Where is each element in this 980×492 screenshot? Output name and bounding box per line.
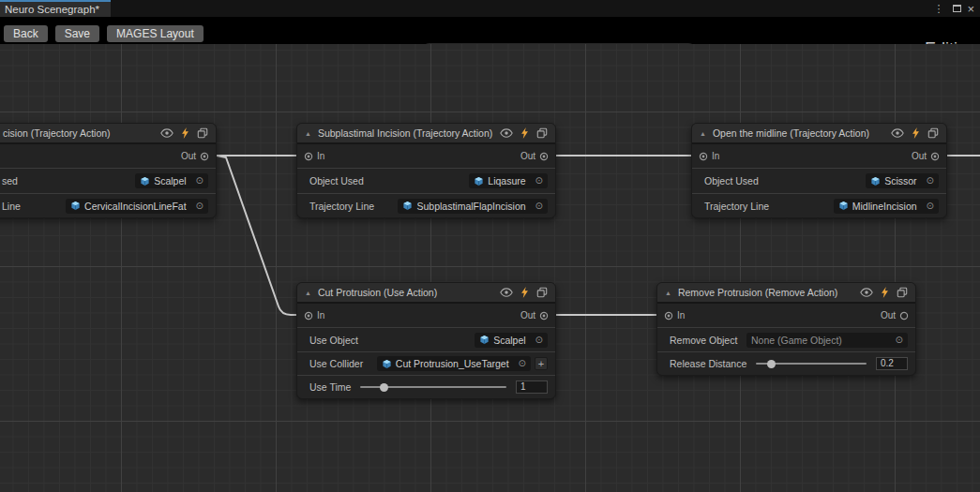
save-button[interactable]: Save <box>55 25 99 42</box>
node-cut-protrusion[interactable]: ▲ Cut Protrusion (Use Action) In Out <box>296 282 556 399</box>
node-subplastimal-incision[interactable]: ▲ Subplastimal Incision (Trajectory Acti… <box>296 123 556 218</box>
field-use-object: Use Object Scalpel ⊙ <box>297 328 555 351</box>
node-title: Subplastimal Incision (Trajectory Action… <box>318 127 494 139</box>
object-picker-icon[interactable]: ⊙ <box>927 201 934 211</box>
out-port[interactable]: Out <box>181 151 209 161</box>
node-header[interactable]: ▲ Open the midline (Trajectory Action) <box>692 124 946 144</box>
node-title: Open the midline (Trajectory Action) <box>713 127 885 139</box>
collapse-icon[interactable]: ▲ <box>665 290 671 296</box>
out-port[interactable]: Out <box>520 151 549 161</box>
node-remove-protrusion[interactable]: ▲ Remove Protrusion (Remove Action) In O… <box>656 282 916 376</box>
out-port[interactable]: Out <box>881 310 909 321</box>
close-icon[interactable]: × <box>967 3 974 15</box>
object-field[interactable]: MidlineIncision ⊙ <box>834 199 939 214</box>
copy-icon[interactable] <box>197 127 208 139</box>
object-field[interactable]: Scissor ⊙ <box>866 173 939 188</box>
object-picker-icon[interactable]: ⊙ <box>535 335 543 345</box>
object-field[interactable]: Liqasure ⊙ <box>469 173 548 188</box>
in-port[interactable]: In <box>664 310 685 321</box>
field-use-time: Use Time 1 <box>297 375 555 398</box>
use-time-slider[interactable] <box>360 386 506 388</box>
node-cision-trajectory-action[interactable]: cision (Trajectory Action) Out sed Scalp… <box>0 123 217 218</box>
node-header[interactable]: ▲ Remove Protrusion (Remove Action) <box>657 283 915 304</box>
prefab-cube-icon <box>870 176 881 186</box>
node-title: cision (Trajectory Action) <box>3 127 155 139</box>
collapse-icon[interactable]: ▲ <box>305 130 311 137</box>
in-port[interactable]: In <box>304 151 324 161</box>
port-row: In Out <box>297 144 555 169</box>
add-collider-button[interactable]: + <box>535 357 548 370</box>
visibility-icon[interactable] <box>500 128 513 138</box>
back-button[interactable]: Back <box>4 25 48 42</box>
edge-cision-to-cut-protrusion <box>217 156 296 315</box>
tab-neuro-scenegraph[interactable]: Neuro Scenegraph* <box>0 0 111 17</box>
prefab-cube-icon <box>382 359 392 369</box>
object-picker-icon[interactable]: ⊙ <box>535 201 543 211</box>
tab-strip: Neuro Scenegraph* ⋮ × <box>0 0 980 17</box>
graph-edges <box>0 44 980 492</box>
node-header[interactable]: cision (Trajectory Action) <box>0 124 216 144</box>
in-port[interactable]: In <box>699 151 719 161</box>
port-connected-icon <box>304 311 313 321</box>
prefab-cube-icon <box>474 176 484 186</box>
release-distance-slider[interactable] <box>756 363 867 365</box>
lightning-icon[interactable] <box>520 287 529 298</box>
object-field[interactable]: Scalpel ⊙ <box>135 173 208 188</box>
visibility-icon[interactable] <box>160 128 173 138</box>
kebab-menu-icon[interactable]: ⋮ <box>929 4 947 14</box>
object-field[interactable]: CervicalIncisionLineFat ⊙ <box>66 199 208 214</box>
in-port[interactable]: In <box>304 310 324 321</box>
release-distance-value[interactable]: 0.2 <box>876 357 908 370</box>
slider-handle[interactable] <box>767 360 776 368</box>
object-picker-icon[interactable]: ⊙ <box>519 359 526 368</box>
collapse-icon[interactable]: ▲ <box>305 290 311 296</box>
collapse-icon[interactable]: ▲ <box>700 130 706 137</box>
out-port[interactable]: Out <box>912 151 940 161</box>
copy-icon[interactable] <box>897 287 908 298</box>
out-port[interactable]: Out <box>520 310 549 321</box>
tab-title: Neuro Scenegraph* <box>5 4 99 15</box>
window-controls: ⋮ × <box>929 0 980 17</box>
object-field[interactable]: Cut Protrusion_UseTarget ⊙ <box>377 356 531 371</box>
object-field[interactable]: None (Game Object) ⊙ <box>746 333 908 348</box>
node-header-icons <box>500 287 548 298</box>
lightning-icon[interactable] <box>520 127 529 139</box>
visibility-icon[interactable] <box>500 288 513 297</box>
field-trajectory-line: Trajectory Line SubplastimalFlapIncision… <box>297 193 555 217</box>
copy-icon[interactable] <box>536 127 548 139</box>
graph-canvas[interactable]: cision (Trajectory Action) Out sed Scalp… <box>0 44 980 492</box>
object-picker-icon[interactable]: ⊙ <box>535 176 543 186</box>
field-trajectory-line: Trajectory Line MidlineIncision ⊙ <box>692 193 946 217</box>
port-row: In Out <box>692 144 946 169</box>
object-picker-icon[interactable]: ⊙ <box>196 201 204 211</box>
visibility-icon[interactable] <box>891 128 904 138</box>
node-header[interactable]: ▲ Subplastimal Incision (Trajectory Acti… <box>297 124 555 144</box>
node-header[interactable]: ▲ Cut Protrusion (Use Action) <box>297 283 555 304</box>
lightning-icon[interactable] <box>181 127 189 139</box>
maximize-icon[interactable] <box>953 5 961 12</box>
use-time-value[interactable]: 1 <box>516 380 548 394</box>
prefab-cube-icon <box>838 201 849 211</box>
port-row: Out <box>0 144 216 169</box>
port-row: In Out <box>657 304 915 328</box>
object-field[interactable]: Scalpel ⊙ <box>475 333 548 348</box>
object-picker-icon[interactable]: ⊙ <box>927 176 934 186</box>
object-field[interactable]: SubplastimalFlapIncision ⊙ <box>398 199 548 214</box>
port-connected-icon <box>200 152 209 161</box>
lightning-icon[interactable] <box>881 287 889 298</box>
object-picker-icon[interactable]: ⊙ <box>196 176 204 186</box>
mages-layout-button[interactable]: MAGES Layout <box>107 25 204 42</box>
field-release-distance: Release Distance 0.2 <box>657 351 915 375</box>
lightning-icon[interactable] <box>912 127 920 139</box>
node-title: Cut Protrusion (Use Action) <box>318 287 494 298</box>
copy-icon[interactable] <box>927 127 939 139</box>
visibility-icon[interactable] <box>860 288 873 297</box>
port-connected-icon <box>664 311 673 321</box>
object-picker-icon[interactable]: ⊙ <box>896 335 903 345</box>
field-trajectory-line: Line CervicalIncisionLineFat ⊙ <box>0 193 216 217</box>
field-remove-object: Remove Object None (Game Object) ⊙ <box>657 328 915 351</box>
node-open-the-midline[interactable]: ▲ Open the midline (Trajectory Action) I… <box>691 123 947 218</box>
port-connected-icon <box>930 152 940 161</box>
slider-handle[interactable] <box>380 383 388 392</box>
copy-icon[interactable] <box>536 287 548 298</box>
